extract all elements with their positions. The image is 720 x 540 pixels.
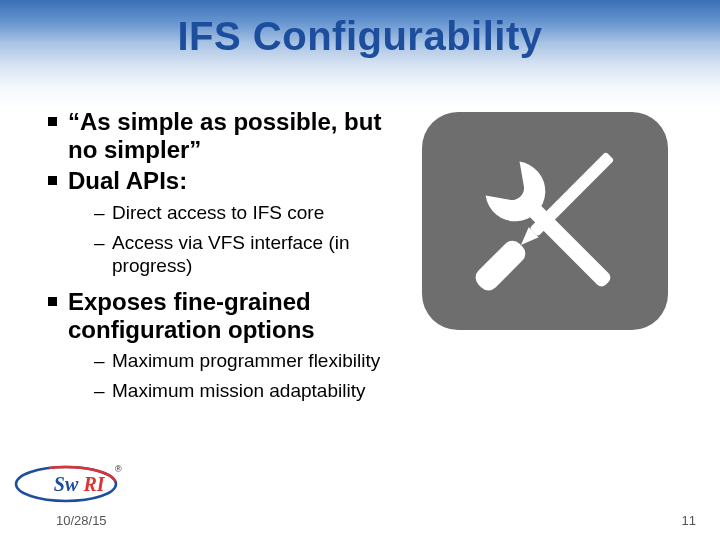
- svg-text:®: ®: [115, 464, 122, 474]
- footer-page-number: 11: [682, 513, 696, 528]
- svg-text:RI: RI: [82, 473, 105, 495]
- sub-bullet-list: Maximum programmer flexibility Maximum m…: [68, 349, 403, 403]
- bullet-item: Dual APIs: Direct access to IFS core Acc…: [48, 167, 403, 278]
- bullet-text: “As simple as possible, but no simpler”: [68, 108, 381, 163]
- sub-bullet-item: Direct access to IFS core: [94, 201, 403, 225]
- bullet-item: Exposes fine-grained configuration optio…: [48, 288, 403, 403]
- sub-bullet-item: Access via VFS interface (in progress): [94, 231, 403, 279]
- content-block: “As simple as possible, but no simpler” …: [48, 108, 403, 413]
- sub-bullet-list: Direct access to IFS core Access via VFS…: [68, 201, 403, 278]
- bullet-item: “As simple as possible, but no simpler”: [48, 108, 403, 163]
- bullet-text: Exposes fine-grained configuration optio…: [68, 288, 315, 343]
- bullet-list: “As simple as possible, but no simpler” …: [48, 108, 403, 403]
- slide-title: IFS Configurability: [0, 14, 720, 59]
- bullet-text: Dual APIs:: [68, 167, 187, 194]
- swri-logo: Sw RI ®: [14, 462, 124, 506]
- svg-text:Sw: Sw: [54, 473, 79, 495]
- sub-bullet-item: Maximum programmer flexibility: [94, 349, 403, 373]
- footer-date: 10/28/15: [56, 513, 107, 528]
- tools-icon: [422, 112, 668, 330]
- slide: IFS Configurability “As simple as possib…: [0, 0, 720, 540]
- sub-bullet-item: Maximum mission adaptability: [94, 379, 403, 403]
